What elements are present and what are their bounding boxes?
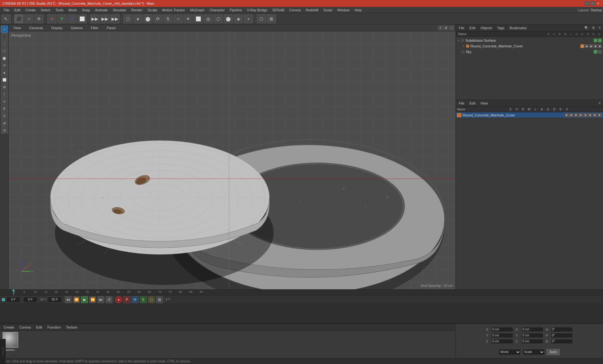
btn-record-rot[interactable]: ⟳ (132, 296, 139, 303)
left-tool-rotate2[interactable]: ⟳ (1, 112, 8, 119)
btn-record-scale[interactable]: S (140, 296, 147, 303)
tab-view[interactable]: View (10, 25, 24, 31)
tab-panel[interactable]: Panel (103, 25, 119, 31)
obj-manager-search-btn[interactable]: 🔍 (584, 26, 589, 29)
maximize-button[interactable]: □ (590, 1, 595, 6)
menu-snap[interactable]: Snap (79, 8, 93, 13)
menu-corona[interactable]: Corona (287, 8, 303, 13)
tool-box[interactable]: ⬛ (14, 14, 24, 24)
left-tool-edit1[interactable]: ◈ (1, 69, 8, 76)
tool-spline[interactable]: ✶ (183, 14, 193, 24)
left-tool-array[interactable]: ⊞ (1, 120, 8, 126)
btn-play[interactable]: ▶ (81, 296, 88, 303)
obj-manhole-icon3[interactable]: ■ (589, 44, 593, 48)
left-tool-transform[interactable]: ⟳ (1, 62, 8, 69)
tool-render-view[interactable]: ▶▶ (110, 14, 120, 24)
attr-icon-7[interactable]: ■ (593, 113, 597, 117)
menu-pipeline[interactable]: Pipeline (227, 8, 244, 13)
menu-motion-tracker[interactable]: Motion Tracker (160, 8, 187, 13)
left-tool-edit2[interactable]: ⬜ (1, 76, 8, 83)
current-frame-input[interactable] (23, 297, 37, 302)
vp-btn-maximize[interactable]: □ (449, 25, 454, 30)
frame-start-input[interactable] (6, 297, 20, 302)
menu-create[interactable]: Create (23, 8, 38, 13)
apply-button[interactable]: Apply (546, 349, 560, 355)
menu-select[interactable]: Select (38, 8, 53, 13)
left-tool-sel1[interactable]: ⬡ (1, 47, 8, 54)
btn-record-pos[interactable]: P (123, 296, 130, 303)
tab-options[interactable]: Options (67, 25, 86, 31)
attr-menu-edit[interactable]: Edit (468, 101, 477, 106)
menu-character[interactable]: Character (207, 8, 227, 13)
left-tool-sel2[interactable]: ⬤ (1, 55, 8, 62)
left-tool-move[interactable]: ↖ (1, 26, 8, 33)
tool-polygon[interactable]: ⬜ (193, 14, 203, 24)
attr-menu-view[interactable]: View (479, 101, 489, 106)
obj-menu-edit[interactable]: Edit (468, 25, 477, 30)
close-button[interactable]: ✕ (596, 1, 600, 6)
obj-sky-icon2[interactable]: · (598, 50, 602, 54)
scale-mode-select[interactable]: Scale (523, 349, 545, 355)
tool-y-axis[interactable]: Y (57, 14, 67, 24)
coord-ry-input[interactable] (521, 333, 543, 338)
tool-cross[interactable]: ✛ (34, 14, 44, 24)
tool-circle[interactable]: ○ (24, 14, 34, 24)
attr-item-manhole[interactable]: Round_Concrete_Manhole_Cover ■ ■ ■ ■ ■ ■… (456, 112, 603, 118)
left-tool-circle2[interactable]: ⊙ (1, 98, 8, 105)
tool-rotate[interactable]: ⟳ (153, 14, 163, 24)
menu-vray[interactable]: V-Ray Bridge (244, 8, 270, 13)
left-tool-scale[interactable]: ⬛ (1, 33, 8, 40)
left-tool-spline[interactable]: $ (1, 105, 8, 112)
tool-cube[interactable]: ⬡ (123, 14, 133, 24)
tool-all-axes[interactable]: ⬜ (77, 14, 87, 24)
obj-icon-check2[interactable]: ✓ (598, 39, 602, 42)
attr-icon-8[interactable]: ■ (597, 113, 602, 117)
obj-item-manhole[interactable]: ▼ Round_Concrete_Manhole_Cover ■ ■ ■ ■ ■ (456, 43, 603, 49)
tool-material[interactable]: ⬡ (257, 14, 266, 24)
mat-tab-function[interactable]: Function (45, 325, 63, 330)
tool-x-axis[interactable]: ✕ (47, 14, 57, 24)
menu-3dtoall[interactable]: 3DToAll (270, 8, 287, 13)
coord-p-input[interactable] (551, 333, 573, 338)
tool-render[interactable]: ▶▶ (100, 14, 110, 24)
obj-manager-config-btn[interactable]: ⚙ (591, 26, 595, 29)
tool-curve[interactable]: ○ (173, 14, 183, 24)
viewport[interactable]: Perspective Grid Spacing : 10 cm X Y Z (9, 31, 455, 289)
obj-menu-file[interactable]: File (458, 25, 466, 30)
left-tool-line[interactable]: / (1, 91, 8, 98)
mat-tab-corona[interactable]: Corona (17, 325, 33, 330)
tool-modifier[interactable]: ◎ (204, 14, 213, 24)
obj-manhole-icon4[interactable]: ■ (594, 44, 597, 48)
minimize-button[interactable]: ─ (585, 1, 589, 6)
menu-edit[interactable]: Edit (12, 8, 23, 13)
attr-icon-3[interactable]: ■ (574, 113, 578, 117)
tab-display[interactable]: Display (48, 25, 66, 31)
menu-animate[interactable]: Animate (93, 8, 110, 13)
frame-end-input[interactable] (48, 297, 62, 302)
obj-icon-check1[interactable]: ✓ (594, 39, 597, 42)
obj-menu-objects[interactable]: Objects (479, 25, 493, 30)
coord-x-input[interactable] (491, 327, 513, 332)
btn-record-param[interactable]: ⬡ (148, 296, 155, 303)
tool-select[interactable]: ↖ (1, 14, 11, 24)
attr-icon-4[interactable]: ■ (579, 113, 583, 117)
coord-y-input[interactable] (491, 333, 513, 338)
btn-go-start[interactable]: ⏮ (65, 296, 72, 303)
attr-menu-file[interactable]: File (458, 101, 466, 106)
left-tool-deform[interactable]: ⊟ (1, 127, 8, 134)
menu-mesh[interactable]: Mesh (66, 8, 79, 13)
obj-manhole-icon5[interactable]: ■ (598, 44, 602, 48)
coord-z-input[interactable] (491, 339, 513, 344)
tab-filter[interactable]: Filter (87, 25, 102, 31)
attr-icon-5[interactable]: ■ (583, 113, 588, 117)
vp-btn-options[interactable]: ⚙ (443, 25, 448, 30)
mat-tab-create[interactable]: Create (1, 325, 17, 330)
menu-help[interactable]: Help (352, 8, 364, 13)
menu-render[interactable]: Render (129, 8, 145, 13)
coordinate-mode-select[interactable]: World Object (499, 349, 521, 355)
menu-tools[interactable]: Tools (53, 8, 66, 13)
tool-null[interactable]: ⬤ (224, 14, 233, 24)
vp-btn-expand[interactable]: ↗ (438, 25, 443, 30)
obj-item-subdivision[interactable]: ▼ Subdivision Surface ✓ ✓ (456, 38, 603, 43)
tool-sphere[interactable]: ⬤ (143, 14, 153, 24)
